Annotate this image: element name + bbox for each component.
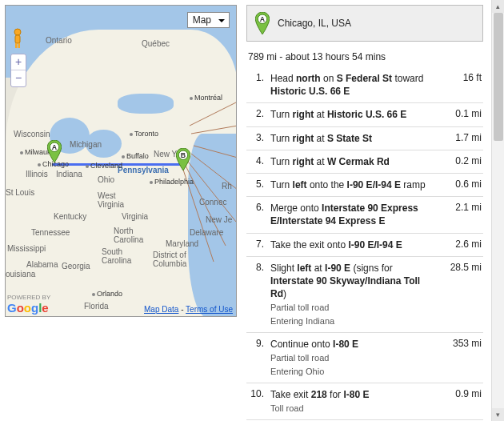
origin-label: Chicago, IL, USA xyxy=(278,18,351,29)
scroll-up-button[interactable]: ▴ xyxy=(492,0,504,13)
zoom-out-button[interactable]: − xyxy=(11,70,26,86)
step-distance: 2.6 mi xyxy=(442,239,482,251)
marker-a-icon: A xyxy=(255,12,270,34)
step-text: Take the exit onto I-90 E/I-94 E xyxy=(270,239,435,251)
step-text: Merge onto Interstate 90 Express E/Inter… xyxy=(270,202,435,227)
step-text: Head north on S Federal St toward Histor… xyxy=(270,72,435,98)
directions-panel: A Chicago, IL, USA 789 mi - about 13 hou… xyxy=(246,5,483,416)
directions-list: 1.Head north on S Federal St toward Hist… xyxy=(246,67,483,421)
region-label: District ofColumbia xyxy=(153,251,186,268)
step-distance: 0.2 mi xyxy=(442,155,482,168)
city-label: Philadelphia xyxy=(150,178,194,186)
region-label: New Je xyxy=(206,215,232,224)
scrollbar[interactable]: ▴ ▾ xyxy=(491,0,504,421)
step-text: Turn right at S State St xyxy=(270,132,435,145)
region-label: Delaware xyxy=(190,228,223,237)
step-number: 4. xyxy=(248,155,264,168)
svg-text:A: A xyxy=(52,143,58,151)
city-label: Buffalo xyxy=(122,152,149,160)
step-distance: 2.1 mi xyxy=(442,202,482,227)
svg-line-2 xyxy=(194,146,237,158)
city-label: Montréal xyxy=(190,94,222,102)
region-label: Québec xyxy=(142,39,170,48)
map-pane[interactable]: Ontario Québec Wisconsin Michigan Illino… xyxy=(5,5,237,317)
map-credit: POWERED BY Google xyxy=(7,294,50,315)
step-text: Slight left at I-90 E (signs for Interst… xyxy=(270,262,435,327)
region-label: Indiana xyxy=(56,170,82,178)
region-label: Illinois xyxy=(26,170,48,178)
step-number: 9. xyxy=(248,338,264,378)
step-number: 3. xyxy=(248,132,264,145)
region-label: St Louis xyxy=(6,188,34,197)
region-label: Maryland xyxy=(166,239,198,248)
svg-text:B: B xyxy=(181,151,186,159)
step-distance: 28.5 mi xyxy=(442,262,482,327)
step-number: 10. xyxy=(248,388,264,415)
city-label: Toronto xyxy=(130,130,158,138)
marker-b[interactable]: B xyxy=(176,148,190,170)
direction-step[interactable]: 9.Continue onto I-80 EPartial toll roadE… xyxy=(246,332,483,383)
step-text: Turn left onto the I-90 E/I-94 E ramp xyxy=(270,178,435,191)
region-label: Tennessee xyxy=(31,228,70,237)
region-label: ouisiana xyxy=(6,270,35,279)
step-number: 5. xyxy=(248,178,264,191)
step-distance: 353 mi xyxy=(442,338,482,378)
step-distance: 0.6 mi xyxy=(442,178,482,191)
direction-step[interactable]: 3.Turn right at S State St1.7 mi xyxy=(246,126,483,150)
region-label: Georgia xyxy=(62,262,90,271)
direction-step[interactable]: 2.Turn right at Historic U.S. 66 E0.1 mi xyxy=(246,102,483,126)
step-text: Take exit 218 for I-80 EToll road xyxy=(270,388,435,415)
direction-step[interactable]: 10.Take exit 218 for I-80 EToll road0.9 … xyxy=(246,383,483,419)
terms-link[interactable]: Terms of Use xyxy=(186,305,233,314)
pegman-icon[interactable] xyxy=(10,28,25,49)
region-label: Connec xyxy=(199,198,226,206)
region-label: WestVirginia xyxy=(98,191,124,209)
route-summary: 789 mi - about 13 hours 54 mins xyxy=(248,51,482,62)
region-label: Florida xyxy=(84,302,109,311)
step-number: 1. xyxy=(248,72,264,98)
region-label: Rh xyxy=(222,182,232,190)
svg-rect-13 xyxy=(15,43,18,48)
city-label: Orlando xyxy=(92,290,122,298)
svg-text:A: A xyxy=(260,15,266,23)
svg-line-1 xyxy=(191,126,237,134)
region-label: Ontario xyxy=(46,36,72,45)
step-number: 7. xyxy=(248,239,264,251)
step-distance: 0.9 mi xyxy=(442,388,482,415)
svg-point-11 xyxy=(14,29,21,35)
scroll-down-button[interactable]: ▾ xyxy=(492,408,504,421)
city-label: Cleveland xyxy=(86,162,122,170)
map-data-link[interactable]: Map Data xyxy=(144,305,178,314)
region-label: SouthCarolina xyxy=(102,247,131,265)
region-label: Virginia xyxy=(122,212,148,221)
direction-step[interactable]: 7.Take the exit onto I-90 E/I-94 E2.6 mi xyxy=(246,233,483,256)
map-type-selector[interactable]: Map xyxy=(187,12,230,28)
region-label: Kentucky xyxy=(54,212,86,221)
direction-step[interactable]: 5.Turn left onto the I-90 E/I-94 E ramp0… xyxy=(246,173,483,196)
svg-rect-14 xyxy=(18,43,21,48)
step-number: 6. xyxy=(248,202,264,227)
zoom-in-button[interactable]: + xyxy=(11,54,26,70)
zoom-control: + − xyxy=(10,54,26,87)
region-label: Pennsylvania xyxy=(118,166,169,174)
region-label: Ohio xyxy=(98,175,114,184)
region-label: Alabama xyxy=(26,260,58,269)
direction-step[interactable]: 8.Slight left at I-90 E (signs for Inter… xyxy=(246,256,483,332)
step-distance: 1.7 mi xyxy=(442,132,482,145)
origin-box[interactable]: A Chicago, IL, USA xyxy=(246,5,483,42)
direction-step[interactable]: 6.Merge onto Interstate 90 Express E/Int… xyxy=(246,196,483,232)
step-distance: 16 ft xyxy=(442,72,482,98)
svg-line-4 xyxy=(188,162,236,222)
direction-step[interactable]: 1.Head north on S Federal St toward Hist… xyxy=(246,67,483,102)
step-distance: 0.1 mi xyxy=(442,108,482,121)
scroll-thumb[interactable] xyxy=(494,13,503,141)
region-label: NorthCarolina xyxy=(114,227,143,244)
direction-step[interactable]: 4.Turn right at W Cermak Rd0.2 mi xyxy=(246,150,483,173)
step-text: Turn right at Historic U.S. 66 E xyxy=(270,108,435,121)
step-number: 2. xyxy=(248,108,264,121)
region-label: Michigan xyxy=(70,140,102,149)
svg-line-0 xyxy=(190,102,237,126)
marker-a[interactable]: A xyxy=(47,140,62,162)
step-text: Continue onto I-80 EPartial toll roadEnt… xyxy=(270,338,435,378)
map-attribution: Map Data - Terms of Use xyxy=(144,305,233,314)
